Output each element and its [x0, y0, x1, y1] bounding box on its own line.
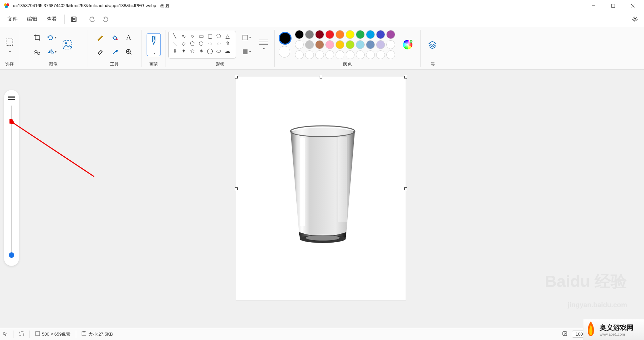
color-swatch[interactable]	[376, 40, 385, 49]
shape-outline[interactable]: ▾	[239, 31, 253, 44]
canvas[interactable]	[236, 77, 406, 300]
callout1-icon: ◯	[207, 48, 213, 54]
selection-icon	[19, 331, 24, 337]
color-swatch[interactable]	[325, 50, 334, 59]
color-swatch[interactable]	[336, 30, 344, 39]
canvas-area[interactable]: Baidu 经验 jingyan.baidu.com	[0, 70, 644, 328]
svg-rect-41	[20, 332, 24, 336]
fit-icon[interactable]	[562, 331, 568, 338]
color-swatch[interactable]	[315, 30, 324, 39]
rtriangle-icon: ◺	[171, 40, 178, 47]
star5-icon: ☆	[189, 48, 196, 54]
select-tool[interactable]	[3, 36, 16, 49]
eyedropper-tool[interactable]	[108, 45, 121, 59]
svg-point-15	[116, 50, 117, 51]
menu-edit[interactable]: 编辑	[22, 14, 42, 24]
magnifier-tool[interactable]	[122, 45, 135, 59]
shape-fill[interactable]: ▾	[239, 45, 253, 59]
svg-rect-43	[82, 332, 86, 336]
dimensions-icon	[35, 331, 40, 337]
color-swatch[interactable]	[356, 50, 365, 59]
resize-handle[interactable]	[235, 187, 238, 190]
svg-rect-7	[71, 17, 76, 22]
color-swatch[interactable]	[356, 40, 365, 49]
color-swatch[interactable]	[305, 50, 314, 59]
color-swatch[interactable]	[336, 40, 344, 49]
color-swatch[interactable]	[366, 30, 375, 39]
rotate-tool[interactable]: ▾	[45, 31, 58, 44]
color-swatch[interactable]	[356, 30, 365, 39]
color-swatch[interactable]	[325, 40, 334, 49]
color-swatch[interactable]	[325, 30, 334, 39]
svg-point-34	[306, 235, 340, 241]
minimize-button[interactable]	[584, 0, 603, 12]
roundrect-icon: ▢	[207, 33, 213, 40]
chevron-down-icon[interactable]: ▾	[9, 50, 11, 53]
oval-icon: ○	[189, 33, 196, 40]
resize-handle[interactable]	[320, 76, 322, 78]
resize-tool[interactable]	[30, 45, 44, 59]
eraser-tool[interactable]	[93, 45, 107, 59]
color-swatch[interactable]	[376, 30, 385, 39]
color-swatch[interactable]	[386, 30, 395, 39]
color-secondary[interactable]	[279, 46, 290, 58]
opacity-slider[interactable]	[11, 106, 12, 256]
color-swatch[interactable]	[346, 50, 355, 59]
arrowr-icon: ⇨	[207, 40, 213, 47]
menu-file[interactable]: 文件	[3, 14, 22, 24]
separator	[83, 15, 83, 24]
undo-button[interactable]	[86, 13, 99, 26]
file-size-label: 大小:	[88, 331, 99, 337]
color-swatch[interactable]	[346, 40, 355, 49]
group-label-tools: 工具	[110, 60, 119, 68]
color-swatch[interactable]	[305, 40, 314, 49]
color-swatch[interactable]	[366, 40, 375, 49]
layers-button[interactable]	[424, 35, 441, 55]
svg-rect-9	[72, 20, 75, 22]
close-button[interactable]	[623, 0, 643, 12]
image-selection-tool[interactable]	[59, 35, 76, 55]
color-swatch[interactable]	[386, 50, 395, 59]
color-swatch[interactable]	[346, 30, 355, 39]
flip-tool[interactable]: ▾	[45, 45, 58, 59]
color-picker-button[interactable]: +	[399, 35, 416, 55]
pencil-tool[interactable]	[93, 31, 107, 44]
separator	[64, 15, 65, 24]
brush-tool[interactable]: ▾	[147, 33, 161, 56]
arrowl-icon: ⇦	[215, 40, 222, 47]
line-icon: ╲	[171, 33, 178, 40]
svg-rect-35	[300, 138, 305, 226]
shapes-gallery[interactable]: ╲∿○ ▭▢⬠ △ ◺◇⬠ ⬡⇨⇦ ⇧ ⇩✦☆ ✶◯⬭ ☁	[168, 31, 236, 59]
sitelogo-url: www.aoe1.com	[600, 332, 634, 336]
svg-point-2	[5, 5, 8, 8]
resize-handle[interactable]	[404, 76, 407, 78]
color-swatch[interactable]	[315, 40, 324, 49]
color-swatch[interactable]	[336, 50, 344, 59]
save-button[interactable]	[67, 13, 80, 26]
color-swatch[interactable]	[295, 50, 304, 59]
color-swatch[interactable]	[295, 40, 304, 49]
fill-tool[interactable]	[108, 31, 121, 44]
svg-rect-44	[83, 332, 85, 333]
resize-handle[interactable]	[235, 76, 238, 78]
text-tool[interactable]: A	[122, 31, 135, 44]
color-swatch[interactable]	[295, 30, 304, 39]
settings-button[interactable]	[628, 13, 641, 26]
arrowd-icon: ⇩	[171, 48, 178, 54]
color-swatch[interactable]	[366, 50, 375, 59]
color-swatch[interactable]	[305, 30, 314, 39]
menu-view[interactable]: 查看	[42, 14, 62, 24]
svg-point-10	[634, 18, 636, 20]
redo-button[interactable]	[99, 13, 112, 26]
resize-handle[interactable]	[404, 187, 407, 190]
color-swatch[interactable]	[386, 40, 395, 49]
color-swatch[interactable]	[376, 50, 385, 59]
hexagon-icon: ⬡	[198, 40, 205, 47]
line-width[interactable]: ▾	[255, 35, 272, 55]
color-swatch[interactable]	[315, 50, 324, 59]
svg-point-46	[564, 333, 565, 334]
maximize-button[interactable]	[603, 0, 623, 12]
color-primary[interactable]	[279, 32, 292, 45]
cloud-icon: ☁	[224, 48, 231, 54]
crop-tool[interactable]	[30, 31, 44, 44]
